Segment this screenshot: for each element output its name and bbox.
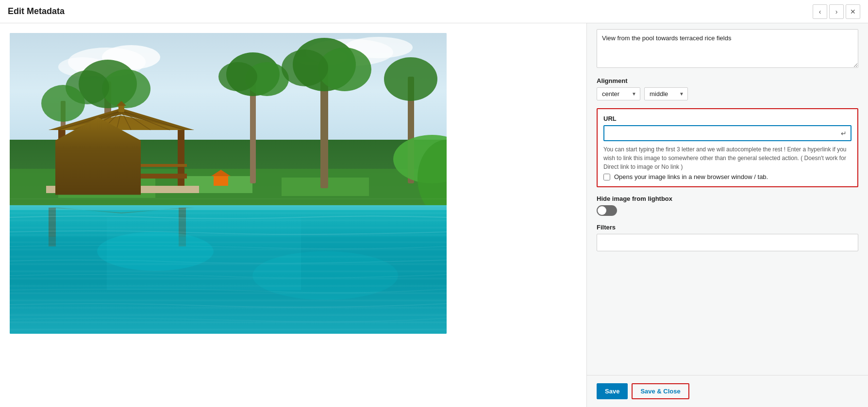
next-button[interactable]: ›	[829, 4, 844, 19]
image-container	[10, 33, 447, 334]
svg-rect-47	[46, 186, 199, 193]
svg-point-57	[97, 232, 214, 271]
save-button[interactable]: Save	[597, 383, 628, 399]
enter-icon: ↵	[837, 130, 851, 137]
lightbox-section: Hide image from lightbox	[597, 195, 858, 216]
vertical-align-wrapper: middle top bottom ▼	[644, 87, 688, 100]
form-panel: View from the pool towards terraced rice…	[586, 23, 868, 407]
svg-point-27	[41, 85, 85, 122]
horizontal-align-select[interactable]: center left right	[597, 87, 640, 100]
url-hint-text: You can start typing the first 3 letter …	[603, 145, 851, 171]
url-label: URL	[603, 115, 851, 122]
svg-rect-55	[10, 237, 447, 334]
svg-rect-52	[49, 208, 56, 246]
svg-rect-44	[178, 130, 184, 188]
url-input[interactable]	[604, 126, 837, 140]
new-window-row: Opens your image links in a new browser …	[603, 173, 851, 180]
vertical-align-select[interactable]: middle top bottom	[644, 87, 688, 100]
close-button[interactable]: ✕	[846, 4, 860, 19]
toggle-thumb	[598, 206, 606, 215]
dialog-header: Edit Metadata ‹ › ✕	[0, 0, 868, 23]
svg-rect-50	[10, 205, 447, 334]
main-content: View from the pool towards terraced rice…	[0, 23, 868, 407]
toggle-wrapper	[597, 205, 858, 216]
filters-input[interactable]	[597, 234, 858, 251]
svg-rect-51	[10, 205, 447, 210]
horizontal-align-wrapper: center left right ▼	[597, 87, 640, 100]
alignment-label: Alignment	[597, 77, 858, 84]
svg-rect-12	[214, 176, 228, 186]
alignment-selects: center left right ▼ middle top bottom	[597, 87, 858, 100]
svg-point-29	[384, 57, 437, 101]
svg-rect-43	[58, 130, 65, 188]
svg-rect-53	[179, 208, 186, 246]
new-window-label: Opens your image links in a new browser …	[614, 173, 768, 180]
description-field-wrapper: View from the pool towards terraced rice…	[597, 29, 858, 69]
alignment-section: Alignment center left right ▼	[597, 77, 858, 100]
filters-label: Filters	[597, 224, 858, 231]
svg-rect-48	[118, 105, 124, 112]
preview-image	[10, 33, 447, 334]
svg-point-25	[282, 49, 328, 86]
svg-point-58	[252, 251, 398, 300]
svg-point-17	[218, 62, 257, 91]
form-footer: Save Save & Close	[587, 375, 868, 407]
lightbox-label: Hide image from lightbox	[597, 195, 858, 202]
save-close-button[interactable]: Save & Close	[632, 383, 689, 399]
image-panel	[0, 23, 586, 407]
filters-section: Filters	[597, 224, 858, 251]
svg-marker-54	[49, 208, 194, 213]
header-actions: ‹ › ✕	[813, 4, 860, 19]
svg-point-20	[102, 69, 150, 108]
dialog-title: Edit Metadata	[8, 6, 65, 16]
prev-button[interactable]: ‹	[813, 4, 827, 19]
svg-rect-56	[107, 217, 301, 290]
url-input-wrapper: ↵	[603, 125, 851, 141]
new-window-checkbox[interactable]	[603, 174, 610, 180]
edit-metadata-dialog: Edit Metadata ‹ › ✕	[0, 0, 868, 407]
description-textarea[interactable]: View from the pool towards terraced rice…	[597, 29, 858, 68]
svg-rect-45	[56, 174, 187, 179]
svg-rect-46	[56, 164, 187, 167]
lightbox-toggle[interactable]	[597, 205, 617, 216]
preview-svg	[10, 33, 447, 334]
form-content: View from the pool towards terraced rice…	[587, 23, 868, 261]
url-section: URL ↵ You can start typing the first 3 l…	[597, 108, 858, 187]
